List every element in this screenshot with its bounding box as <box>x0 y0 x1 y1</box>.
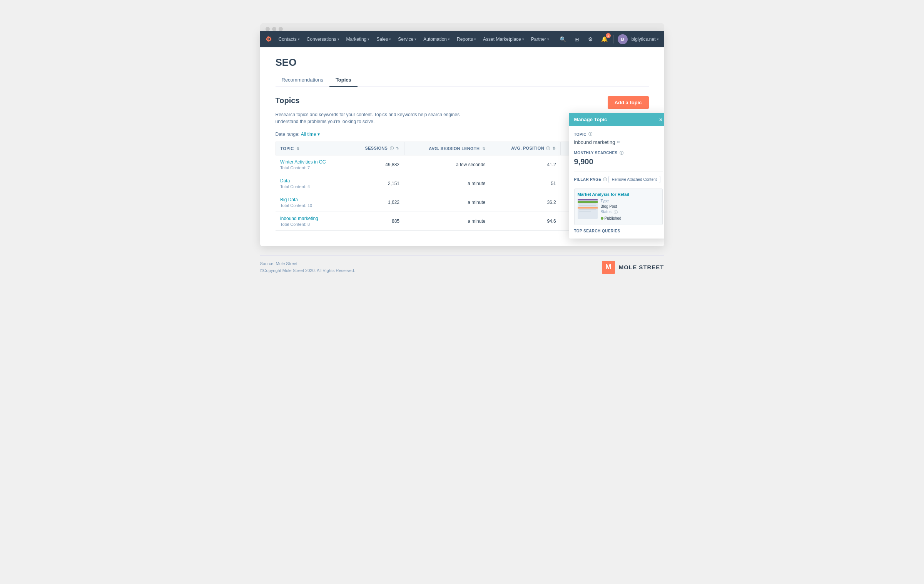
nav-item-reports[interactable]: Reports ▾ <box>454 31 479 47</box>
search-icon-btn[interactable]: 🔍 <box>558 34 568 44</box>
panel-title: Manage Topic <box>574 117 607 122</box>
settings-icon-btn[interactable]: ⚙ <box>586 34 596 44</box>
page-title: SEO <box>276 57 649 68</box>
remove-attached-content-button[interactable]: Remove Attached Content <box>608 176 660 183</box>
notifications-icon-btn[interactable]: 🔔 1 <box>600 34 610 44</box>
sort-icon-sessions[interactable]: ⇅ <box>396 147 399 150</box>
cell-sessions-2: 1,622 <box>347 193 404 212</box>
panel-divider <box>574 172 663 172</box>
cell-avg-session-length-0: a few seconds <box>404 155 490 174</box>
pillar-card-title[interactable]: Market Analysis for Retail <box>578 192 659 197</box>
page-footer: Source: Mole Street ©Copyright Mole Stre… <box>260 255 664 274</box>
date-range-value[interactable]: All time <box>301 132 316 137</box>
date-range-label: Date range: <box>276 132 300 137</box>
thumb-bar-green <box>578 201 598 203</box>
footer-source-line1: Source: Mole Street <box>260 260 355 267</box>
sort-icon-avg-position[interactable]: ⇅ <box>553 147 556 150</box>
pillar-card-body: Type Blog Post Status ⓘ <box>578 199 659 222</box>
panel-close-button[interactable]: × <box>659 117 663 122</box>
nav-label-contacts: Contacts <box>279 37 297 42</box>
top-nav: ⚙ Contacts ▾ Conversations ▾ Marketing ▾… <box>260 31 664 47</box>
footer-brand: M MOLE STREET <box>602 261 664 274</box>
tab-recommendations[interactable]: Recommendations <box>276 74 329 87</box>
status-published-dot <box>601 217 603 220</box>
footer-source-line2: ©Copyright Mole Street 2020. All Rights … <box>260 267 355 274</box>
thumb-bar-purple <box>578 199 598 200</box>
col-label-topic: TOPIC <box>281 146 294 151</box>
section-title: Topics <box>276 96 300 105</box>
pillar-meta-type: Type <box>601 199 659 203</box>
notification-badge: 1 <box>606 33 611 38</box>
thumb-bar-orange <box>578 207 598 209</box>
panel-topic-value-text: inbound marketing <box>574 139 615 145</box>
pillar-meta-type-value: Blog Post <box>601 204 659 209</box>
tab-topics[interactable]: Topics <box>329 74 358 87</box>
section-header: Topics Add a topic <box>276 96 649 109</box>
topic-link-3[interactable]: inbound marketing <box>280 216 343 221</box>
col-label-avg-session-length: AVG. SESSION LENGTH <box>429 146 480 151</box>
panel-pillar-label: Pillar Page ⓘ Remove Attached Content <box>574 176 663 183</box>
browser-dot-yellow <box>272 27 276 31</box>
footer-brand-text: MOLE STREET <box>619 264 664 270</box>
browser-window: ⚙ Contacts ▾ Conversations ▾ Marketing ▾… <box>260 31 664 246</box>
panel-monthly-info-icon[interactable]: ⓘ <box>620 151 623 155</box>
topic-sub-1: Total Content: 4 <box>280 184 343 189</box>
thumb-line-3 <box>579 209 596 210</box>
panel-pillar-info-icon[interactable]: ⓘ <box>603 177 607 182</box>
thumb-line-2 <box>579 205 596 206</box>
nav-item-automation[interactable]: Automation ▾ <box>420 31 453 47</box>
cell-avg-position-1: 51 <box>490 174 560 193</box>
cell-sessions-3: 885 <box>347 212 404 231</box>
nav-item-marketing[interactable]: Marketing ▾ <box>343 31 373 47</box>
nav-chevron-service: ▾ <box>414 37 416 41</box>
user-avatar[interactable]: B <box>618 34 628 44</box>
info-icon-sessions[interactable]: ⓘ <box>390 146 394 150</box>
nav-label-reports: Reports <box>457 37 473 42</box>
pillar-meta-status-label: Status ⓘ <box>601 210 659 215</box>
nav-chevron-automation: ▾ <box>448 37 450 41</box>
thumb-line-1 <box>579 204 596 204</box>
account-label: biglytics.net <box>632 37 656 42</box>
cell-avg-position-3: 94.6 <box>490 212 560 231</box>
add-topic-button[interactable]: Add a topic <box>608 96 649 109</box>
nav-chevron-contacts: ▾ <box>298 37 300 41</box>
nav-item-asset-marketplace[interactable]: Asset Marketplace ▾ <box>480 31 527 47</box>
nav-divider <box>613 35 614 43</box>
browser-chrome <box>260 23 664 31</box>
cell-avg-position-0: 41.2 <box>490 155 560 174</box>
pillar-card: Market Analysis for Retail <box>574 189 663 225</box>
nav-item-conversations[interactable]: Conversations ▾ <box>304 31 343 47</box>
pillar-type-key: Type <box>601 199 609 203</box>
col-header-avg-session-length: AVG. SESSION LENGTH ⇅ <box>404 142 490 155</box>
nav-item-service[interactable]: Service ▾ <box>395 31 419 47</box>
nav-right: 🔍 ⊞ ⚙ 🔔 1 B biglytics.net ▾ <box>558 34 659 44</box>
topic-link-0[interactable]: Winter Activities in OC <box>280 159 343 165</box>
footer-logo-letter: M <box>605 263 611 271</box>
topic-link-1[interactable]: Data <box>280 178 343 184</box>
col-label-sessions: SESSIONS <box>365 146 388 150</box>
nav-chevron-asset-marketplace: ▾ <box>522 37 524 41</box>
cell-avg-session-length-3: a minute <box>404 212 490 231</box>
nav-label-asset-marketplace: Asset Marketplace <box>483 37 521 42</box>
panel-topic-edit-icon[interactable]: ✏ <box>617 140 620 145</box>
sort-icon-topic[interactable]: ⇅ <box>296 147 299 151</box>
pillar-status-key: Status <box>601 210 612 215</box>
nav-item-contacts[interactable]: Contacts ▾ <box>276 31 303 47</box>
account-switcher[interactable]: biglytics.net ▾ <box>632 37 659 42</box>
panel-topic-value: inbound marketing ✏ <box>574 139 663 145</box>
pillar-status-info-icon[interactable]: ⓘ <box>614 210 618 215</box>
pillar-thumbnail <box>578 199 598 219</box>
panel-topic-info-icon[interactable]: ⓘ <box>588 132 592 137</box>
thumb-line-4 <box>579 211 591 212</box>
nav-item-partner[interactable]: Partner ▾ <box>528 31 552 47</box>
info-icon-avg-position[interactable]: ⓘ <box>546 146 550 150</box>
pillar-type-value: Blog Post <box>601 204 617 209</box>
section-header-left: Topics <box>276 96 300 105</box>
nav-item-sales[interactable]: Sales ▾ <box>373 31 394 47</box>
col-header-avg-position: AVG. POSITION ⓘ ⇅ <box>490 142 560 155</box>
nav-chevron-marketing: ▾ <box>368 37 369 41</box>
date-range-chevron[interactable]: ▾ <box>317 132 320 137</box>
sort-icon-avg-session-length[interactable]: ⇅ <box>482 147 485 151</box>
apps-icon-btn[interactable]: ⊞ <box>572 34 582 44</box>
topic-link-2[interactable]: Big Data <box>280 197 343 202</box>
